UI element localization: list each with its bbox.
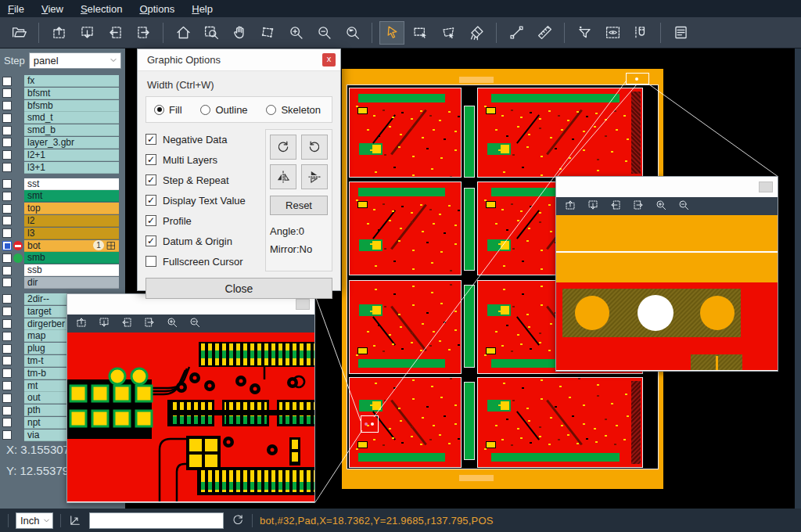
layer-row-bfsmb[interactable]: bfsmb (0, 100, 125, 112)
select-polygon-button[interactable] (436, 21, 461, 45)
magnifier-left-view[interactable] (67, 332, 314, 501)
unit-select[interactable]: Inch (16, 512, 53, 529)
layer-checkbox[interactable] (2, 241, 12, 250)
layer-checkbox[interactable] (2, 179, 12, 189)
layer-row-ssb[interactable]: ssb (0, 264, 125, 276)
measure-distance-button[interactable] (504, 21, 529, 45)
layer-checkbox[interactable] (2, 150, 12, 160)
layer-checkbox[interactable] (2, 368, 12, 378)
menu-item-view[interactable]: View (41, 3, 63, 15)
layer-checkbox[interactable] (2, 394, 12, 403)
layer-checkbox[interactable] (2, 356, 12, 365)
layer-checkbox[interactable] (2, 113, 12, 123)
layer-checkbox[interactable] (2, 253, 12, 263)
move-view-button[interactable] (255, 21, 280, 45)
command-input[interactable] (89, 512, 224, 529)
zoom-out-button[interactable] (677, 199, 690, 214)
layer-checkbox[interactable] (2, 216, 12, 225)
layer-row-fx[interactable]: fx (0, 75, 125, 87)
layer-checkbox[interactable] (2, 228, 12, 238)
reset-button[interactable]: Reset (270, 196, 328, 215)
checkbox-step-repeat[interactable]: ✓Step & Repeat (145, 170, 260, 190)
layer-row-l2[interactable]: l2 (0, 215, 125, 227)
pan-down-button[interactable] (587, 199, 599, 214)
pan-up-button[interactable] (75, 316, 88, 332)
pan-down-button[interactable] (98, 316, 110, 332)
snap-button[interactable] (628, 21, 653, 45)
select-rectangle-button[interactable] (408, 21, 433, 45)
layer-checkbox[interactable] (2, 101, 12, 110)
step-select[interactable]: panel (29, 52, 121, 69)
layer-checkbox[interactable] (2, 266, 12, 275)
layer-checkbox[interactable] (2, 332, 12, 341)
pan-left-button[interactable] (120, 316, 133, 332)
layer-row-l3-1[interactable]: l3+1 (0, 162, 125, 174)
layer-checkbox[interactable] (2, 344, 12, 354)
checkbox-multi-layers[interactable]: ✓Multi Layers (145, 149, 260, 170)
layer-checkbox[interactable] (2, 192, 12, 201)
clear-highlight-button[interactable] (464, 21, 489, 45)
filter-button[interactable] (572, 21, 597, 45)
layers-panel-button[interactable] (668, 21, 693, 45)
zoom-out-button[interactable] (189, 316, 201, 332)
layer-checkbox[interactable] (2, 319, 12, 329)
layer-checkbox[interactable] (2, 307, 12, 316)
layer-row-smd-b[interactable]: smd_b (0, 124, 125, 136)
pan-right-button[interactable] (131, 21, 156, 45)
radio-skeleton[interactable]: Skeleton (266, 104, 321, 116)
close-icon[interactable]: x (322, 53, 336, 66)
zoom-previous-button[interactable] (339, 21, 365, 45)
layer-row-bfsmt[interactable]: bfsmt (0, 88, 125, 99)
zoom-home-button[interactable] (171, 21, 196, 45)
checkbox-display-text-value[interactable]: ✓Display Text Value (145, 190, 260, 210)
pan-down-button[interactable] (74, 21, 99, 45)
layer-row-bot[interactable]: bot1 (0, 240, 125, 252)
window-button[interactable] (759, 182, 773, 192)
layer-row-smd-t[interactable]: smd_t (0, 112, 125, 124)
view-options-button[interactable] (600, 21, 625, 45)
flip-horizontal-button[interactable] (270, 164, 296, 189)
layer-row-l3[interactable]: l3 (0, 228, 125, 239)
layer-checkbox[interactable] (2, 204, 12, 214)
layer-row-dir[interactable]: dir (0, 277, 125, 289)
pan-left-button[interactable] (609, 199, 622, 214)
pan-left-button[interactable] (102, 21, 128, 45)
radio-fill[interactable]: Fill (154, 104, 182, 116)
flip-vertical-button[interactable] (301, 164, 328, 189)
zoom-out-button[interactable] (311, 21, 336, 45)
layer-checkbox[interactable] (2, 406, 12, 415)
checkbox-profile[interactable]: ✓Profile (145, 210, 260, 231)
measure-ruler-button[interactable] (532, 21, 557, 45)
layer-row-layer-3-gbr[interactable]: layer_3.gbr (0, 137, 125, 149)
pan-hand-button[interactable] (227, 21, 252, 45)
menu-item-file[interactable]: File (8, 3, 24, 15)
pan-up-button[interactable] (564, 199, 577, 214)
magnifier-right-titlebar[interactable] (556, 177, 778, 197)
zoom-in-button[interactable] (283, 21, 308, 45)
checkbox-negative-data[interactable]: ✓Negative Data (145, 129, 260, 149)
layer-row-top[interactable]: top (0, 203, 125, 214)
pan-right-button[interactable] (143, 316, 156, 332)
pan-up-button[interactable] (46, 21, 71, 45)
layer-row-l2-1[interactable]: l2+1 (0, 149, 125, 161)
pan-right-button[interactable] (632, 199, 645, 214)
zoom-in-button[interactable] (655, 199, 667, 214)
layer-checkbox[interactable] (2, 77, 12, 86)
menu-item-options[interactable]: Options (139, 3, 174, 15)
layer-checkbox[interactable] (2, 163, 12, 172)
layer-checkbox[interactable] (2, 126, 12, 135)
layer-checkbox[interactable] (2, 418, 12, 427)
select-button[interactable] (379, 21, 404, 45)
close-button[interactable]: Close (145, 278, 332, 299)
layer-checkbox[interactable] (2, 294, 12, 304)
zoom-window-button[interactable] (199, 21, 224, 45)
layer-checkbox[interactable] (2, 381, 12, 390)
layer-checkbox[interactable] (2, 138, 12, 147)
layer-checkbox[interactable] (2, 88, 12, 98)
checkbox-datum-origin[interactable]: ✓Datum & Origin (145, 231, 260, 251)
checkbox-fullscreen-cursor[interactable]: Fullscreen Cursor (145, 251, 260, 271)
layer-row-smt[interactable]: smt (0, 190, 125, 202)
dialog-titlebar[interactable]: Graphic Options x (138, 49, 340, 71)
rotate-cw-button[interactable] (270, 135, 296, 160)
menu-item-help[interactable]: Help (192, 3, 213, 15)
